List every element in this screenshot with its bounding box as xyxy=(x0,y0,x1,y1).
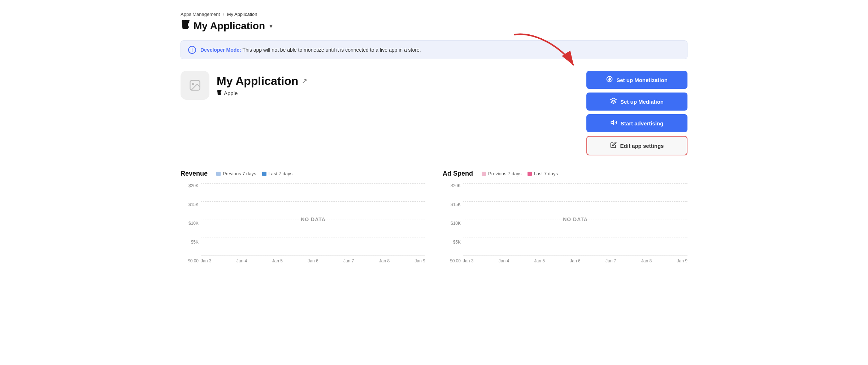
revenue-y-20k: $20K xyxy=(183,183,199,188)
adspend-y-labels: $20K $15K $10K $5K $0.00 xyxy=(445,183,461,263)
adspend-gridline-4 xyxy=(463,237,687,237)
setup-monetization-button[interactable]: Set up Monetization xyxy=(586,71,687,89)
adspend-y-5k: $5K xyxy=(445,240,461,245)
gridline-1 xyxy=(201,183,425,184)
revenue-y-0: $0.00 xyxy=(183,258,199,263)
adspend-chart-title: Ad Spend xyxy=(443,170,473,177)
adspend-chart-header: Ad Spend Previous 7 days Last 7 days xyxy=(443,170,687,177)
page-title-row: My Application ▾ xyxy=(181,20,687,32)
adspend-legend: Previous 7 days Last 7 days xyxy=(482,171,558,176)
action-buttons-container: Set up Monetization Set up Mediation xyxy=(586,71,687,155)
edit-app-settings-button[interactable]: Edit app settings xyxy=(586,136,687,155)
revenue-chart-area-wrapper: $20K $15K $10K $5K $0.00 xyxy=(201,183,425,263)
revenue-chart-title: Revenue xyxy=(181,170,208,177)
edit-app-settings-label: Edit app settings xyxy=(620,143,664,149)
revenue-last-dot xyxy=(262,172,266,176)
revenue-y-10k: $10K xyxy=(183,221,199,226)
revenue-y-15k: $15K xyxy=(183,202,199,207)
developer-mode-banner: ! Developer Mode: This app will not be a… xyxy=(181,40,687,59)
adspend-y-15k: $15K xyxy=(445,202,461,207)
app-icon xyxy=(181,71,209,100)
revenue-last-label: Last 7 days xyxy=(269,171,293,176)
adspend-x-labels: Jan 3 Jan 4 Jan 5 Jan 6 Jan 7 Jan 8 Jan … xyxy=(463,258,687,263)
setup-monetization-label: Set up Monetization xyxy=(616,77,668,83)
adspend-x-jan4: Jan 4 xyxy=(499,258,509,263)
charts-row: Revenue Previous 7 days Last 7 days $20K xyxy=(181,170,687,263)
adspend-no-data: NO DATA xyxy=(563,216,588,222)
setup-mediation-label: Set up Mediation xyxy=(620,99,664,105)
revenue-y-5k: $5K xyxy=(183,240,199,245)
adspend-x-jan8: Jan 8 xyxy=(641,258,652,263)
dev-banner-text: Developer Mode: This app will not be abl… xyxy=(200,47,421,53)
adspend-x-jan6: Jan 6 xyxy=(570,258,580,263)
action-buttons: Set up Monetization Set up Mediation xyxy=(586,71,687,155)
revenue-legend-last: Last 7 days xyxy=(262,171,293,176)
revenue-chart: Revenue Previous 7 days Last 7 days $20K xyxy=(181,170,425,263)
start-advertising-label: Start advertising xyxy=(621,120,663,126)
app-store-row: Apple xyxy=(217,90,307,96)
adspend-gridline-2 xyxy=(463,201,687,202)
adspend-chart-area-wrapper: $20K $15K $10K $5K $0.00 xyxy=(463,183,687,263)
gridline-4 xyxy=(201,237,425,237)
revenue-x-labels: Jan 3 Jan 4 Jan 5 Jan 6 Jan 7 Jan 8 Jan … xyxy=(201,258,425,263)
adspend-legend-prev: Previous 7 days xyxy=(482,171,522,176)
gridline-2 xyxy=(201,201,425,202)
app-header: My Application ↗ Apple xyxy=(181,71,687,155)
layers-icon xyxy=(610,98,617,106)
breadcrumb: Apps Management / My Application xyxy=(181,12,687,17)
revenue-chart-wrapper: $20K $15K $10K $5K $0.00 xyxy=(181,183,425,263)
x-jan5: Jan 5 xyxy=(272,258,283,263)
revenue-no-data: NO DATA xyxy=(301,216,326,222)
adspend-chart-wrapper: $20K $15K $10K $5K $0.00 xyxy=(443,183,687,263)
x-jan7: Jan 7 xyxy=(343,258,354,263)
revenue-prev-dot xyxy=(216,172,221,176)
apple-logo-title xyxy=(181,20,190,32)
revenue-chart-header: Revenue Previous 7 days Last 7 days xyxy=(181,170,425,177)
revenue-legend: Previous 7 days Last 7 days xyxy=(216,171,292,176)
gridline-5 xyxy=(201,255,425,255)
adspend-legend-last: Last 7 days xyxy=(528,171,558,176)
app-store-name: Apple xyxy=(224,90,238,96)
chevron-down-icon[interactable]: ▾ xyxy=(269,22,273,30)
adspend-chart-area: NO DATA xyxy=(463,183,687,256)
adspend-x-jan3: Jan 3 xyxy=(463,258,473,263)
page-title: My Application xyxy=(194,20,265,32)
adspend-prev-dot xyxy=(482,172,486,176)
adspend-last-dot xyxy=(528,172,532,176)
x-jan8: Jan 8 xyxy=(379,258,390,263)
adspend-x-jan7: Jan 7 xyxy=(606,258,616,263)
adspend-gridline-5 xyxy=(463,255,687,255)
adspend-last-label: Last 7 days xyxy=(534,171,558,176)
x-jan6: Jan 6 xyxy=(308,258,318,263)
revenue-y-labels: $20K $15K $10K $5K $0.00 xyxy=(183,183,199,263)
app-details: My Application ↗ Apple xyxy=(217,74,307,96)
adspend-y-20k: $20K xyxy=(445,183,461,188)
breadcrumb-parent[interactable]: Apps Management xyxy=(181,12,220,17)
adspend-y-0: $0.00 xyxy=(445,258,461,263)
adspend-x-jan9: Jan 9 xyxy=(677,258,687,263)
x-jan4: Jan 4 xyxy=(236,258,247,263)
apple-logo-small xyxy=(217,90,222,96)
revenue-prev-label: Previous 7 days xyxy=(223,171,256,176)
setup-mediation-button[interactable]: Set up Mediation xyxy=(586,93,687,111)
app-name-row: My Application ↗ xyxy=(217,74,307,88)
breadcrumb-separator: / xyxy=(223,12,224,17)
app-info: My Application ↗ Apple xyxy=(181,71,307,100)
adspend-y-10k: $10K xyxy=(445,221,461,226)
info-icon: ! xyxy=(188,46,196,54)
x-jan3: Jan 3 xyxy=(201,258,211,263)
dollar-icon xyxy=(606,76,613,84)
dev-banner-bold: Developer Mode: xyxy=(200,47,241,53)
edit-icon xyxy=(610,142,617,150)
adspend-gridline-1 xyxy=(463,183,687,184)
adspend-prev-label: Previous 7 days xyxy=(488,171,522,176)
svg-point-1 xyxy=(192,83,194,85)
x-jan9: Jan 9 xyxy=(415,258,425,263)
megaphone-icon xyxy=(611,119,617,127)
start-advertising-button[interactable]: Start advertising xyxy=(586,114,687,132)
adspend-chart: Ad Spend Previous 7 days Last 7 days $20… xyxy=(443,170,687,263)
revenue-legend-prev: Previous 7 days xyxy=(216,171,256,176)
revenue-chart-area: NO DATA xyxy=(201,183,425,256)
app-name: My Application xyxy=(217,74,298,88)
external-link-icon[interactable]: ↗ xyxy=(302,77,307,85)
